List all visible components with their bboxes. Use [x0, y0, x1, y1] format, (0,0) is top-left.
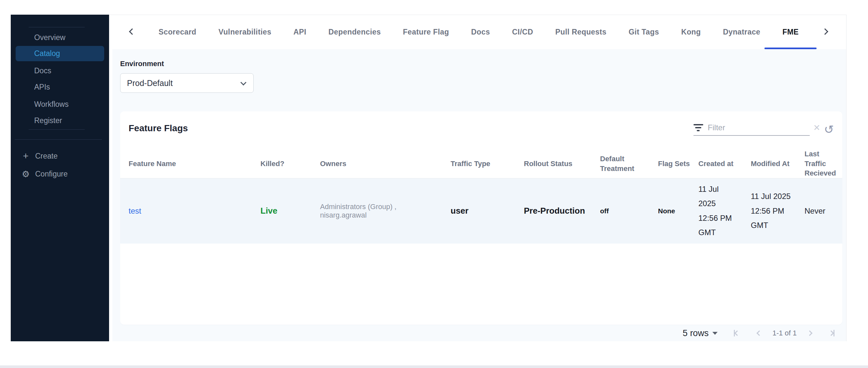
feature-flags-table: Feature Name Killed? Owners Traffic Type…	[120, 149, 842, 244]
tab-api[interactable]: API	[293, 15, 306, 49]
rollout-status-cell: Pre-Production	[524, 179, 600, 244]
tabs-scroll-right-button[interactable]	[821, 27, 829, 37]
pagination: 5 rows 1-1 of 1	[120, 325, 846, 342]
column-header-default-treatment: Default Treatment	[600, 149, 658, 179]
column-header-last-traffic-recieved: Last Traffic Recieved	[805, 149, 842, 179]
chevron-left-icon	[735, 331, 740, 336]
sidebar-divider	[29, 129, 85, 130]
sidebar-item-docs[interactable]: Docs	[34, 66, 51, 75]
refresh-button[interactable]: ↺	[824, 124, 834, 135]
tab-dynatrace[interactable]: Dynatrace	[723, 15, 760, 49]
table-row: test Live Administrators (Group) , nisar…	[120, 179, 842, 244]
tab-dependencies[interactable]: Dependencies	[329, 15, 381, 49]
chevron-right-icon	[807, 331, 813, 336]
sidebar-item-apis[interactable]: APIs	[34, 82, 50, 92]
main-content: Scorecard Vulnerabilities API Dependenci…	[109, 14, 846, 341]
owners-cell: Administrators (Group) , nisarg.agrawal	[320, 179, 451, 244]
traffic-type-cell: user	[451, 179, 524, 244]
sidebar-item-register[interactable]: Register	[34, 116, 62, 125]
sidebar-configure-label: Configure	[35, 170, 68, 179]
chevron-left-icon	[129, 28, 135, 35]
tab-fme[interactable]: FME	[782, 15, 799, 49]
chevron-left-icon	[757, 331, 762, 336]
column-header-modified-at: Modified At	[751, 149, 805, 179]
column-header-owners: Owners	[320, 149, 451, 179]
created-at-cell: 11 Jul 2025 12:56 PM GMT	[699, 179, 751, 244]
tab-vulnerabilities[interactable]: Vulnerabilities	[218, 15, 271, 49]
environment-select[interactable]: Prod-Default	[120, 73, 254, 93]
content-body: Environment Prod-Default Feature Flags ✕…	[112, 49, 846, 341]
default-treatment-cell: off	[600, 179, 658, 244]
column-header-rollout-status: Rollout Status	[524, 149, 600, 179]
plus-icon: +	[22, 150, 30, 161]
tab-docs[interactable]: Docs	[471, 15, 490, 49]
sidebar-divider	[14, 140, 102, 140]
sidebar-configure-button[interactable]: ⚙ Configure	[22, 168, 68, 179]
rows-per-page-select[interactable]: 5 rows	[683, 328, 718, 338]
tab-pull-requests[interactable]: Pull Requests	[555, 15, 606, 49]
last-page-button[interactable]	[828, 329, 836, 338]
tab-feature-flag[interactable]: Feature Flag	[403, 15, 449, 49]
last-traffic-recieved-cell: Never	[805, 179, 842, 244]
gear-icon: ⚙	[22, 169, 30, 179]
feature-name-link[interactable]: test	[129, 207, 141, 215]
card-title: Feature Flags	[129, 123, 188, 133]
filter-box: ✕	[693, 123, 810, 136]
column-header-traffic-type: Traffic Type	[451, 149, 524, 179]
sidebar: Overview Catalog Docs APIs Workflows Reg…	[11, 14, 109, 341]
modified-at-cell: 11 Jul 2025 12:56 PM GMT	[751, 179, 805, 244]
column-header-feature-name: Feature Name	[120, 149, 260, 179]
sidebar-create-button[interactable]: + Create	[22, 150, 58, 161]
page-bottom-divider	[0, 365, 868, 368]
filter-icon	[693, 124, 703, 131]
tab-kong[interactable]: Kong	[681, 15, 701, 49]
next-page-button[interactable]	[806, 330, 813, 336]
chevron-right-icon	[822, 28, 828, 35]
tab-cicd[interactable]: CI/CD	[512, 15, 533, 49]
column-header-flag-sets: Flag Sets	[658, 149, 699, 179]
rows-per-page-value: 5 rows	[683, 328, 709, 338]
clear-filter-icon[interactable]: ✕	[813, 123, 820, 132]
chevron-right-icon	[829, 331, 834, 336]
first-page-button[interactable]	[733, 329, 740, 338]
feature-flags-card: Feature Flags ✕ ↺	[120, 111, 842, 325]
sidebar-item-workflows[interactable]: Workflows	[34, 99, 69, 109]
sidebar-create-label: Create	[35, 152, 58, 160]
flag-sets-cell: None	[658, 179, 699, 244]
sidebar-item-overview[interactable]: Overview	[34, 33, 65, 42]
column-header-created-at: Created at	[699, 149, 751, 179]
tab-scorecard[interactable]: Scorecard	[159, 15, 196, 49]
page-range-label: 1-1 of 1	[772, 329, 797, 337]
chevron-down-icon	[240, 80, 246, 85]
tab-bar: Scorecard Vulnerabilities API Dependenci…	[109, 15, 846, 49]
table-header-row: Feature Name Killed? Owners Traffic Type…	[120, 149, 842, 179]
killed-status: Live	[260, 206, 277, 216]
environment-label: Environment	[120, 60, 846, 68]
sidebar-item-catalog[interactable]: Catalog	[16, 46, 104, 61]
tabs-scroll-left-button[interactable]	[128, 27, 136, 37]
caret-down-icon	[712, 332, 718, 335]
column-header-killed: Killed?	[260, 149, 320, 179]
environment-selected-value: Prod-Default	[127, 79, 173, 88]
sidebar-divider	[29, 27, 85, 27]
filter-input[interactable]	[708, 123, 809, 132]
previous-page-button[interactable]	[756, 330, 763, 336]
tab-git-tags[interactable]: Git Tags	[629, 15, 659, 49]
